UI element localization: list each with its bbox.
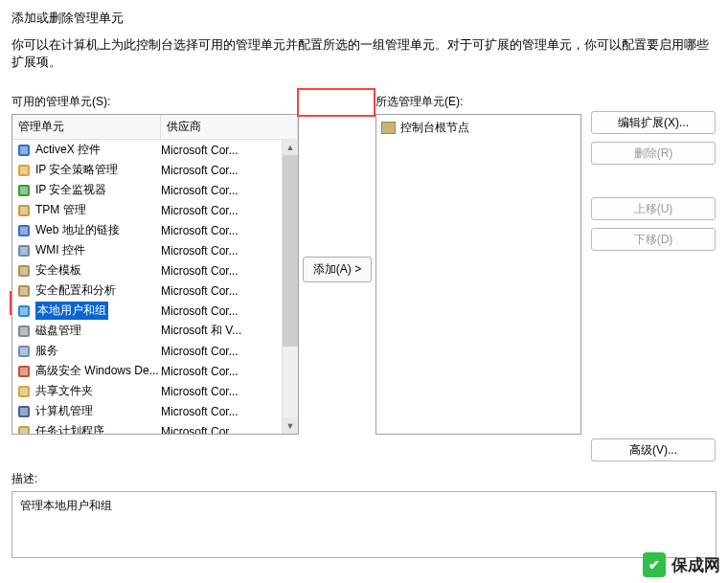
scroll-up-icon[interactable]: ▲ [283,139,298,155]
available-label: 可用的管理单元(S): [11,94,299,110]
wmi-icon [16,243,32,258]
svg-rect-13 [20,267,28,275]
snapin-vendor: Microsoft 和 V... [161,323,298,339]
ipsec-monitor-icon [16,183,32,198]
snapin-row[interactable]: 计算机管理Microsoft Cor... [12,401,298,421]
available-listbox[interactable]: 管理单元 供应商 ActiveX 控件Microsoft Cor...IP 安全… [11,114,299,435]
snapin-name: 计算机管理 [35,403,93,419]
tpm-icon [16,203,32,218]
firewall-icon [16,364,32,379]
snapin-name: IP 安全策略管理 [35,162,118,178]
svg-rect-5 [20,187,28,194]
snapin-name: Web 地址的链接 [35,222,120,238]
snapin-row[interactable]: Web 地址的链接Microsoft Cor... [12,220,298,240]
snapin-name: 共享文件夹 [35,383,93,399]
snapin-vendor: Microsoft Cor... [161,144,298,157]
snapin-row[interactable]: 共享文件夹Microsoft Cor... [12,381,298,401]
console-root-node[interactable]: 控制台根节点 [381,118,576,137]
selected-listbox[interactable]: 控制台根节点 [375,114,581,435]
svg-rect-19 [20,327,28,335]
dialog-intro: 你可以在计算机上为此控制台选择可用的管理单元并配置所选的一组管理单元。对于可扩展… [11,36,717,71]
snapin-name: 磁盘管理 [35,323,81,339]
activex-icon [16,143,32,158]
snapin-row[interactable]: 磁盘管理Microsoft 和 V... [12,321,298,341]
sec-config-icon [16,283,32,299]
svg-rect-15 [20,287,28,295]
remove-button[interactable]: 删除(R) [591,142,716,165]
snapin-vendor: Microsoft Cor... [161,284,298,298]
selected-label: 所选管理单元(E): [375,94,581,110]
snapin-vendor: Microsoft Cor... [161,184,298,197]
dialog-root: 添加或删除管理单元 你可以在计算机上为此控制台选择可用的管理单元并配置所选的一组… [11,10,717,558]
col-header-snapin[interactable]: 管理单元 [12,115,161,139]
snapin-name: ActiveX 控件 [35,142,101,158]
svg-rect-17 [20,307,28,315]
edit-extensions-button[interactable]: 编辑扩展(X)... [591,111,716,134]
snapin-vendor: Microsoft Cor... [161,264,298,278]
folder-icon [381,122,396,134]
svg-rect-21 [20,348,28,355]
snapin-vendor: Microsoft Cor... [161,425,298,436]
services-icon [16,344,32,359]
snapin-vendor: Microsoft Cor... [161,405,298,418]
watermark-text: 保成网 [671,554,720,569]
svg-rect-7 [20,207,28,214]
snapin-name: TPM 管理 [35,202,86,218]
col-header-vendor[interactable]: 供应商 [161,115,298,139]
svg-rect-23 [20,368,28,375]
description-text: 管理本地用户和组 [11,491,717,558]
move-down-button[interactable]: 下移(D) [591,228,716,251]
svg-rect-3 [20,167,28,174]
snapin-vendor: Microsoft Cor... [161,345,298,358]
svg-rect-1 [20,146,28,154]
snapin-vendor: Microsoft Cor... [161,204,298,217]
sec-template-icon [16,263,32,279]
local-users-icon [16,303,32,319]
snapin-vendor: Microsoft Cor... [161,365,298,378]
scroll-thumb[interactable] [283,155,298,347]
snapin-vendor: Microsoft Cor... [161,385,298,398]
snapin-vendor: Microsoft Cor... [161,304,298,318]
snapin-vendor: Microsoft Cor... [161,164,298,177]
snapin-name: 高级安全 Windows De... [35,363,159,379]
snapin-row[interactable]: IP 安全策略管理Microsoft Cor... [12,160,298,180]
snapin-row[interactable]: WMI 控件Microsoft Cor... [12,240,298,260]
web-link-icon [16,223,32,238]
shield-icon: ✔ [643,552,666,568]
scrollbar[interactable]: ▲ ▼ [282,139,298,434]
available-header: 管理单元 供应商 [12,115,298,140]
snapin-name: 任务计划程序 [35,423,104,435]
advanced-button[interactable]: 高级(V)... [591,438,716,461]
task-sched-icon [16,424,32,436]
snapin-name: 安全模板 [35,262,81,279]
console-root-label: 控制台根节点 [400,120,469,136]
watermark: ✔ 保成网 [643,552,720,568]
snapin-name: IP 安全监视器 [35,182,106,198]
snapin-name: 本地用户和组 [35,302,108,320]
highlight-add-button [297,88,375,117]
disk-icon [16,324,32,339]
snapin-row[interactable]: 安全配置和分析Microsoft Cor... [12,280,298,301]
snapin-row[interactable]: 服务Microsoft Cor... [12,341,298,361]
snapin-row[interactable]: IP 安全监视器Microsoft Cor... [12,180,298,200]
snapin-row[interactable]: 高级安全 Windows De...Microsoft Cor... [12,361,298,381]
snapin-row[interactable]: TPM 管理Microsoft Cor... [12,200,298,220]
snapin-name: 安全配置和分析 [35,282,116,299]
snapin-row[interactable]: 本地用户和组Microsoft Cor... [12,301,298,321]
snapin-row[interactable]: ActiveX 控件Microsoft Cor... [12,140,298,160]
svg-rect-25 [20,388,28,395]
scroll-down-icon[interactable]: ▼ [283,417,298,434]
snapin-row[interactable]: 安全模板Microsoft Cor... [12,260,298,280]
snapin-vendor: Microsoft Cor... [161,244,298,258]
svg-rect-9 [20,227,28,235]
dialog-title: 添加或删除管理单元 [11,10,717,27]
snapin-name: 服务 [35,343,58,359]
description-label: 描述: [11,471,717,487]
add-button[interactable]: 添加(A) > [303,257,372,282]
ipsec-policy-icon [16,163,32,178]
svg-rect-29 [20,428,28,436]
snapin-name: WMI 控件 [35,242,85,258]
snapin-row[interactable]: 任务计划程序Microsoft Cor... [12,421,298,435]
move-up-button[interactable]: 上移(U) [591,197,716,220]
computer-mgmt-icon [16,404,32,419]
